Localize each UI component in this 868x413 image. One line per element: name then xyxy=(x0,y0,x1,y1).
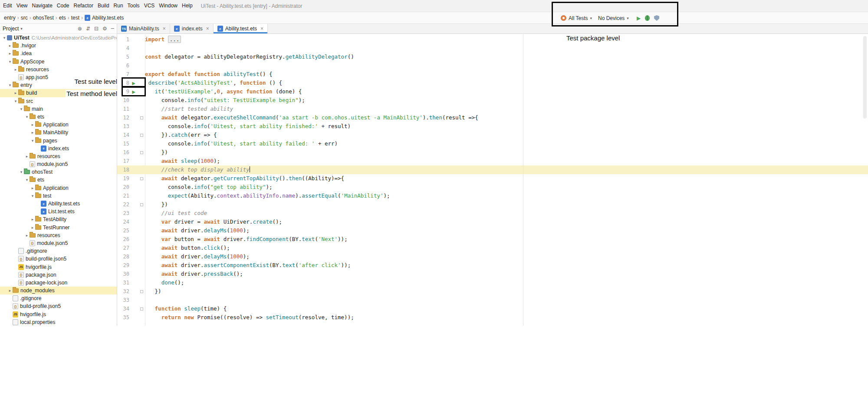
tab-ability-test-ets[interactable]: eAbility.test.ets× xyxy=(214,24,268,33)
code-line-row[interactable]: 35 return new Promise((resolve) => setTi… xyxy=(117,313,868,322)
tree-expand-icon[interactable]: ▸ xyxy=(30,225,35,230)
tree-item[interactable]: eAbility.test.ets xyxy=(0,200,117,208)
code-line-row[interactable]: 34 function sleep(time) { xyxy=(117,304,868,313)
tree-item[interactable]: ▸MainAbility xyxy=(0,129,117,136)
tree-item[interactable]: JShvigorfile.js xyxy=(0,263,117,271)
debug-button[interactable] xyxy=(645,15,650,21)
tree-expand-icon[interactable]: ▸ xyxy=(30,186,35,190)
tree-item[interactable]: .gitignore xyxy=(0,294,117,302)
code-line-row[interactable]: 9▶ it('testUiExample',0, async function … xyxy=(117,87,868,96)
device-selector[interactable]: No Devices ▾ xyxy=(598,15,629,21)
run-configuration-selector[interactable]: All Tests ▾ xyxy=(561,15,592,21)
code-line-row[interactable]: 33 xyxy=(117,296,868,304)
tree-item[interactable]: ▸Application xyxy=(0,121,117,129)
code-line[interactable]: }) xyxy=(145,148,868,157)
tree-expand-icon[interactable]: ▾ xyxy=(19,170,24,174)
tree-item[interactable]: ▸Application xyxy=(0,184,117,192)
tree-item[interactable]: JShvigorfile.js xyxy=(0,311,117,318)
code-line[interactable]: await button.click(); xyxy=(145,244,868,252)
tree-item[interactable]: ▸.idea xyxy=(0,50,117,57)
close-icon[interactable]: × xyxy=(260,26,263,32)
tree-item[interactable]: {}module.json5 xyxy=(0,160,117,168)
tree-item[interactable]: ▸TestRunner xyxy=(0,224,117,231)
close-icon[interactable]: × xyxy=(206,26,209,32)
code-line[interactable]: import ... xyxy=(145,35,868,44)
tree-expand-icon[interactable]: ▸ xyxy=(7,43,13,48)
code-line[interactable]: function sleep(time) { xyxy=(145,304,868,313)
tree-item[interactable]: ▸resources xyxy=(0,231,117,239)
fold-marker-icon[interactable] xyxy=(140,134,143,137)
run-button[interactable]: ▶ xyxy=(637,16,641,21)
menu-item-window[interactable]: Window xyxy=(157,0,180,12)
tree-expand-icon[interactable]: ▸ xyxy=(30,122,35,127)
code-line-row[interactable]: 14 }).catch(err => { xyxy=(117,131,868,139)
code-line[interactable]: describe('ActsAbilityTest', function () … xyxy=(145,79,868,87)
code-line-row[interactable]: 28 await driver.delayMs(1000); xyxy=(117,252,868,261)
code-line[interactable]: done(); xyxy=(145,278,868,287)
code-line-row[interactable]: 22 }) xyxy=(117,200,868,209)
code-line-row[interactable]: 20 console.info("get top ability"); xyxy=(117,183,868,192)
code-line[interactable]: }).catch(err => { xyxy=(145,131,868,139)
menu-item-build[interactable]: Build xyxy=(95,0,112,12)
collapse-all-icon[interactable]: ⊟ xyxy=(94,26,99,31)
tree-expand-icon[interactable]: ▸ xyxy=(30,217,35,221)
menu-item-edit[interactable]: Edit xyxy=(1,0,14,12)
tree-expand-icon[interactable]: ▸ xyxy=(13,91,18,95)
code-line-row[interactable]: 15 console.info('Uitest, start ability f… xyxy=(117,139,868,148)
tree-item[interactable]: ▸TestAbility xyxy=(0,215,117,223)
fold-marker-icon[interactable] xyxy=(140,116,143,119)
code-line[interactable]: }) xyxy=(145,287,868,296)
tree-item[interactable]: ▸resources xyxy=(0,152,117,160)
code-editor[interactable]: 1import ...45const delegator = abilityDe… xyxy=(117,34,868,326)
code-line[interactable]: console.info('Uitest, start ability fini… xyxy=(145,122,868,131)
code-line-row[interactable]: 23 //ui test code xyxy=(117,209,868,218)
code-line[interactable]: //ui test code xyxy=(145,209,868,218)
code-line[interactable] xyxy=(145,296,868,304)
code-line[interactable]: await sleep(1000); xyxy=(145,157,868,165)
tree-expand-icon[interactable]: ▸ xyxy=(13,67,18,72)
code-line[interactable] xyxy=(145,44,868,53)
close-icon[interactable]: × xyxy=(163,26,166,32)
code-line-row[interactable]: 13 console.info('Uitest, start ability f… xyxy=(117,122,868,131)
tree-item[interactable]: {}package.json xyxy=(0,271,117,279)
code-line[interactable]: export default function abilityTest() { xyxy=(145,70,868,79)
code-line[interactable]: await delegator.executeShellCommand('aa … xyxy=(145,113,868,122)
code-line[interactable]: console.info("uitest: TestUiExample begi… xyxy=(145,96,868,105)
code-line[interactable]: const delegator = abilityDelegatorRegist… xyxy=(145,53,868,61)
hide-panel-icon[interactable]: ─ xyxy=(111,26,114,31)
tree-item[interactable]: ▾AppScope xyxy=(0,58,117,66)
expand-collapse-icon[interactable]: ⇵ xyxy=(86,26,90,31)
code-line[interactable]: var driver = await UiDriver.create(); xyxy=(145,218,868,226)
tree-item[interactable]: ▸resources xyxy=(0,66,117,73)
code-line-row[interactable]: 1import ... xyxy=(117,35,868,44)
tree-expand-icon[interactable]: ▾ xyxy=(7,59,13,64)
code-line[interactable]: await delegator.getCurrentTopAbility().t… xyxy=(145,174,868,183)
tree-item[interactable]: local.properties xyxy=(0,318,117,326)
tree-item[interactable]: ▸.hvigor xyxy=(0,42,117,50)
menu-item-vcs[interactable]: VCS xyxy=(142,0,157,12)
fold-marker-icon[interactable] xyxy=(140,203,143,206)
tree-expand-icon[interactable]: ▾ xyxy=(7,83,13,87)
code-line-row[interactable]: 18 //check top display ability xyxy=(117,165,868,174)
breadcrumb-item[interactable]: ets xyxy=(58,15,67,21)
run-test-icon[interactable]: ▶ xyxy=(132,81,135,86)
code-line-row[interactable]: 5const delegator = abilityDelegatorRegis… xyxy=(117,53,868,61)
tree-item[interactable]: eindex.ets xyxy=(0,145,117,152)
breadcrumb-item[interactable]: ohosTest xyxy=(32,15,55,21)
tree-expand-icon[interactable]: ▸ xyxy=(7,51,13,56)
tree-expand-icon[interactable]: ▾ xyxy=(30,139,35,143)
code-line-row[interactable]: 32 }) xyxy=(117,287,868,296)
tree-item[interactable]: ▾src xyxy=(0,97,117,105)
settings-icon[interactable]: ⚙ xyxy=(102,26,107,31)
tree-expand-icon[interactable]: ▾ xyxy=(24,115,30,119)
code-line[interactable]: console.info("get top ability"); xyxy=(145,183,868,192)
tab-mainability-ts[interactable]: TSMainAbility.ts× xyxy=(117,24,170,33)
code-line-row[interactable]: 11 //start tested ability xyxy=(117,105,868,113)
fold-marker-icon[interactable] xyxy=(140,307,143,311)
code-line-row[interactable]: 8▶ describe('ActsAbilityTest', function … xyxy=(117,79,868,87)
tree-expand-icon[interactable]: ▾ xyxy=(30,194,35,198)
tree-item[interactable]: {}module.json5 xyxy=(0,239,117,247)
code-line[interactable]: await driver.delayMs(1000); xyxy=(145,252,868,261)
code-line[interactable] xyxy=(145,61,868,70)
tree-item[interactable]: {}package-lock.json xyxy=(0,279,117,287)
